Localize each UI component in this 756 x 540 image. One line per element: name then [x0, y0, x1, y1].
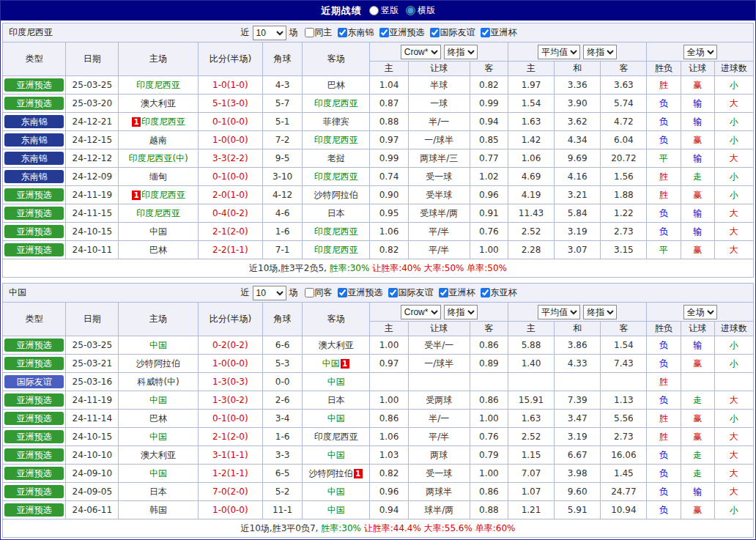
competition-checkbox[interactable]	[388, 288, 398, 297]
competition-filter[interactable]: 亚洲杯	[481, 26, 517, 39]
team-name[interactable]: 澳大利亚	[141, 98, 176, 108]
vertical-layout-radio[interactable]	[369, 6, 379, 15]
odds-cell	[470, 373, 508, 391]
competition-checkbox[interactable]	[379, 28, 389, 37]
result-cell: 小	[714, 76, 753, 95]
match-row: 亚洲预选25-03-25印度尼西亚1-0(1-0)4-3巴林1.04半球0.82…	[3, 76, 754, 95]
result-cell: 输	[681, 483, 714, 501]
result-cell: 赢	[681, 241, 714, 259]
competition-checkbox[interactable]	[481, 288, 490, 297]
away-team-cell: 印度尼西亚	[303, 223, 370, 241]
team-name[interactable]: 印度尼西亚	[314, 171, 358, 182]
final-odds-select[interactable]: 终指	[444, 45, 478, 59]
team-name[interactable]: 中国	[327, 413, 345, 424]
team-name[interactable]: 澳大利亚	[141, 450, 176, 460]
avg-final-odds-select[interactable]: 终指	[583, 45, 617, 59]
team-name[interactable]: 中国	[149, 226, 167, 237]
subcol-euro-home: 主	[508, 62, 554, 76]
team-name[interactable]: 澳大利亚	[319, 340, 354, 350]
away-team-cell: 菲律宾	[303, 113, 370, 131]
horizontal-layout-radio[interactable]	[406, 6, 415, 15]
layout-option-horizontal[interactable]: 横版	[406, 4, 435, 17]
team-name[interactable]: 中国	[327, 450, 345, 460]
team-name[interactable]: 巴林	[327, 80, 345, 90]
team-name[interactable]: 韩国	[149, 505, 167, 515]
same-venue-filter[interactable]: 同主	[305, 26, 333, 39]
competition-label: 国际友谊	[399, 286, 434, 299]
team-name[interactable]: 印度尼西亚	[141, 190, 185, 200]
competition-checkbox[interactable]	[338, 28, 347, 37]
team-name[interactable]: 沙特阿拉伯	[309, 468, 353, 478]
team-name[interactable]: 日本	[149, 487, 167, 497]
fulltime-select[interactable]: 全场	[683, 45, 717, 59]
same-venue-checkbox[interactable]	[305, 288, 314, 297]
team-name[interactable]: 中国	[322, 358, 340, 369]
team-name[interactable]: 菲律宾	[323, 116, 349, 127]
team-name[interactable]: 日本	[327, 395, 345, 405]
layout-option-vertical[interactable]: 竖版	[369, 4, 399, 17]
team-name[interactable]: 科威特(中)	[137, 377, 179, 387]
corner-cell: 2-6	[263, 391, 303, 410]
team-name[interactable]: 中国	[149, 468, 167, 478]
bookmaker-select[interactable]: Crow*	[401, 45, 441, 59]
team-name[interactable]: 中国	[149, 432, 167, 442]
team-name[interactable]: 巴林	[149, 245, 167, 255]
competition-checkbox[interactable]	[338, 288, 347, 297]
recent-count-select[interactable]: 10	[253, 286, 286, 300]
bookmaker-select[interactable]: Crow*	[401, 305, 441, 319]
competition-filter[interactable]: 东南锦	[338, 26, 374, 39]
final-odds-select[interactable]: 终指	[444, 305, 478, 319]
same-venue-filter[interactable]: 同客	[305, 286, 333, 299]
average-odds-select[interactable]: 平均值	[538, 305, 580, 319]
same-venue-checkbox[interactable]	[305, 28, 314, 37]
competition-filter[interactable]: 国际友谊	[430, 26, 475, 39]
odds-cell: 1.06	[370, 223, 408, 241]
home-team-cell: 1印度尼西亚	[119, 113, 198, 131]
competition-checkbox[interactable]	[481, 28, 490, 37]
team-name[interactable]: 中国	[149, 395, 167, 405]
competition-filter[interactable]: 亚洲杯	[439, 286, 475, 299]
team-name[interactable]: 印度尼西亚	[136, 208, 180, 218]
team-name[interactable]: 印度尼西亚	[314, 432, 358, 442]
competition-filter[interactable]: 亚洲预选	[379, 26, 425, 39]
away-team-cell: 中国1	[303, 355, 370, 373]
section-header: 印度尼西亚 近 10 场 同主 东南锦 亚洲预选	[2, 23, 754, 42]
score-cell: 2-2(1-1)	[198, 241, 262, 259]
team-name[interactable]: 印度尼西亚	[314, 226, 358, 237]
odds-cell: 3.21	[555, 186, 601, 204]
fulltime-select[interactable]: 全场	[683, 305, 717, 319]
filter-bar: 近 10 场 同主 东南锦 亚洲预选	[3, 23, 753, 42]
team-name[interactable]: 中国	[327, 487, 345, 497]
competition-filter[interactable]: 亚洲预选	[338, 286, 383, 299]
team-name[interactable]: 印度尼西亚	[141, 116, 185, 127]
odds-cell: 1.63	[508, 410, 554, 428]
competition-filter[interactable]: 国际友谊	[388, 286, 434, 299]
team-name[interactable]: 中国	[149, 340, 167, 350]
team-name[interactable]: 日本	[327, 208, 345, 218]
away-team-cell: 印度尼西亚	[303, 95, 370, 113]
competition-checkbox[interactable]	[439, 288, 448, 297]
competition-checkbox[interactable]	[430, 28, 440, 37]
average-odds-select[interactable]: 平均值	[538, 45, 580, 59]
near-label: 近	[241, 286, 250, 299]
team-name[interactable]: 印度尼西亚	[314, 245, 358, 255]
team-name[interactable]: 印度尼西亚	[136, 80, 180, 90]
team-name[interactable]: 中国	[327, 377, 345, 387]
team-name[interactable]: 越南	[149, 135, 167, 145]
team-name[interactable]: 中国	[327, 505, 345, 515]
recent-count-select[interactable]: 10	[253, 26, 286, 40]
team-name[interactable]: 印度尼西亚	[314, 135, 358, 145]
competition-filter[interactable]: 东亚杯	[481, 286, 517, 299]
team-name[interactable]: 巴林	[149, 413, 167, 424]
odds-cell	[555, 373, 601, 391]
result-cell: 大	[714, 223, 753, 241]
team-name[interactable]: 老挝	[327, 153, 345, 163]
horizontal-layout-label: 横版	[418, 4, 435, 17]
corner-cell: 4-6	[263, 204, 303, 223]
team-name[interactable]: 缅甸	[149, 171, 167, 182]
team-name[interactable]: 沙特阿拉伯	[136, 358, 180, 369]
avg-final-odds-select[interactable]: 终指	[583, 305, 617, 319]
team-name[interactable]: 沙特阿拉伯	[314, 190, 358, 200]
team-name[interactable]: 印度尼西亚(中)	[128, 153, 188, 163]
team-name[interactable]: 印度尼西亚	[314, 98, 358, 108]
